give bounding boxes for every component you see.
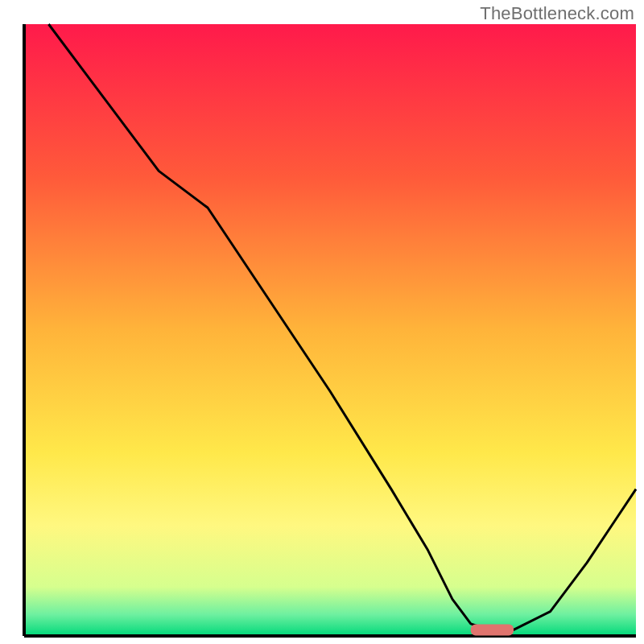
watermark-text: TheBottleneck.com bbox=[480, 3, 634, 24]
bottleneck-chart bbox=[0, 0, 644, 644]
optimal-range-marker bbox=[471, 624, 514, 635]
plot-gradient-background bbox=[24, 24, 636, 636]
chart-container: TheBottleneck.com bbox=[0, 0, 644, 644]
